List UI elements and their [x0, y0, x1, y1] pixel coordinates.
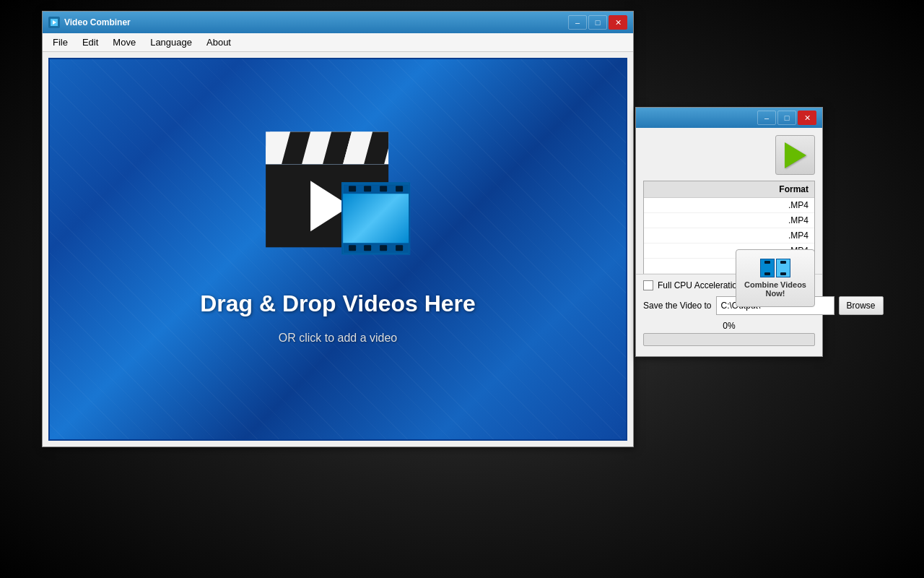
combine-button[interactable]: Combine Videos Now! — [736, 249, 815, 307]
format-item-2[interactable]: .MP4 — [644, 213, 814, 228]
app-icon — [48, 17, 60, 28]
film-middle — [343, 194, 409, 243]
film-hole-6 — [365, 245, 372, 251]
clapper-icon: + — [266, 117, 410, 262]
secondary-minimize-button[interactable]: – — [757, 111, 776, 125]
film-strip-1 — [760, 259, 775, 277]
secondary-maximize-button[interactable]: □ — [777, 111, 796, 125]
progress-bar — [643, 333, 815, 346]
menu-language[interactable]: Language — [144, 35, 198, 50]
secondary-close-button[interactable]: ✕ — [798, 111, 816, 125]
main-window-title: Video Combiner — [64, 17, 564, 27]
add-video-arrow-button[interactable] — [775, 135, 815, 175]
secondary-content: Format .MP4 .MP4 .MP4 .MP4 .MP4 .MP4 .MP… — [636, 128, 822, 356]
film-hole-3 — [380, 186, 387, 191]
drop-text-main: Drag & Drop Videos Here — [200, 290, 476, 317]
combine-label: Combine Videos Now! — [736, 280, 814, 298]
film-hole-7 — [380, 245, 387, 251]
format-item-3[interactable]: .MP4 — [644, 228, 814, 243]
menu-file[interactable]: File — [47, 35, 74, 50]
clapper-stripes — [266, 131, 388, 164]
secondary-title-bar: – □ ✕ — [636, 108, 822, 128]
progress-label: 0% — [643, 321, 815, 331]
film-hole-1 — [349, 186, 356, 191]
green-arrow-icon — [785, 142, 806, 168]
secondary-window: – □ ✕ Format .MP4 .MP4 .MP4 .MP4 .MP4 .M… — [635, 107, 823, 357]
clapper-top — [266, 131, 388, 164]
format-item-1[interactable]: .MP4 — [644, 198, 814, 213]
film-holes-bottom — [343, 243, 409, 253]
film-strip-icon — [341, 182, 410, 254]
menu-bar: File Edit Move Language About — [43, 33, 633, 52]
arrow-button-container — [643, 135, 815, 175]
film-hole-5 — [349, 245, 356, 251]
main-title-bar: Video Combiner – □ ✕ — [43, 12, 633, 33]
save-label: Save the Video to — [643, 301, 712, 311]
browse-button[interactable]: Browse — [839, 296, 884, 315]
menu-move[interactable]: Move — [107, 35, 141, 50]
menu-about[interactable]: About — [201, 35, 237, 50]
format-column-header: Format — [644, 181, 814, 198]
film-hole-8 — [396, 245, 403, 251]
minimize-button[interactable]: – — [568, 15, 587, 30]
combine-film-icon — [760, 259, 790, 277]
close-button[interactable]: ✕ — [609, 15, 627, 30]
drop-area[interactable]: + — [48, 58, 627, 441]
menu-edit[interactable]: Edit — [77, 35, 104, 50]
film-hole-2 — [365, 186, 372, 191]
film-hole-4 — [396, 186, 403, 191]
film-strip-2 — [776, 259, 790, 277]
secondary-title-bar-buttons: – □ ✕ — [757, 111, 816, 125]
film-holes-top — [343, 184, 409, 194]
main-title-bar-buttons: – □ ✕ — [568, 15, 627, 30]
main-window: Video Combiner – □ ✕ File Edit Move Lang… — [42, 11, 634, 447]
drop-text-sub: OR click to add a video — [279, 332, 398, 345]
maximize-button[interactable]: □ — [588, 15, 607, 30]
cpu-checkbox[interactable] — [643, 280, 653, 290]
progress-section: 0% — [643, 321, 815, 346]
drop-content: + — [200, 117, 476, 345]
